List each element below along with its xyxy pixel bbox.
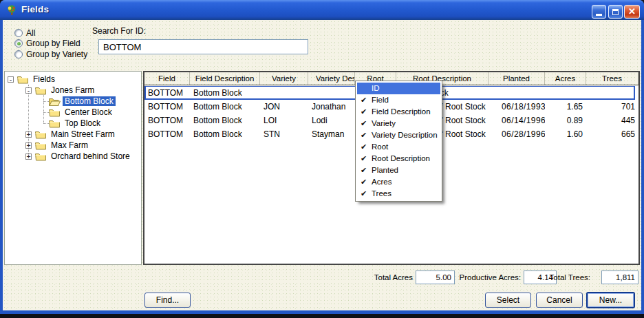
column-context-menu: ID✔Field✔Field Description✔Variety✔Varie… bbox=[355, 81, 442, 202]
expand-toggle[interactable]: + bbox=[25, 131, 32, 138]
table-cell bbox=[260, 86, 308, 100]
column-header-planted[interactable]: Planted bbox=[489, 72, 545, 85]
total-trees-value: 1,811 bbox=[601, 271, 638, 284]
table-cell: Bottom Block bbox=[190, 127, 260, 141]
menu-item-root[interactable]: ✔Root bbox=[357, 141, 440, 153]
radio-option-group-by-variety[interactable]: Group by Variety bbox=[14, 50, 87, 59]
table-cell: 1.65 bbox=[545, 100, 586, 114]
menu-item-label: Planted bbox=[372, 166, 398, 174]
minimize-button[interactable] bbox=[592, 5, 606, 19]
tree-item-bottom-block[interactable]: Bottom Block bbox=[5, 96, 141, 107]
tree-item-label: Max Farm bbox=[49, 140, 90, 150]
tree-item-main-street-farm[interactable]: +Main Street Farm bbox=[5, 129, 141, 140]
menu-item-variety[interactable]: ✔Variety bbox=[357, 118, 440, 129]
radio-label: Group by Variety bbox=[26, 50, 87, 59]
tree-item-label: Top Block bbox=[63, 118, 103, 128]
table-cell: JON bbox=[260, 100, 308, 114]
menu-item-label: Field bbox=[372, 96, 389, 104]
dialog-body: All Group by Field Group by Variety Sear… bbox=[3, 20, 641, 310]
table-cell: 0.89 bbox=[545, 114, 586, 127]
new-button[interactable]: New... bbox=[586, 292, 635, 308]
column-header-label: Planted bbox=[503, 74, 530, 83]
menu-item-id[interactable]: ID bbox=[357, 83, 440, 94]
radio-button-all[interactable] bbox=[14, 29, 23, 37]
maximize-button[interactable] bbox=[608, 5, 623, 19]
column-header-acres[interactable]: Acres bbox=[545, 72, 586, 85]
column-header-variety[interactable]: Variety bbox=[260, 72, 308, 85]
menu-item-planted[interactable]: ✔Planted bbox=[357, 165, 440, 176]
check-icon: ✔ bbox=[361, 118, 367, 129]
column-header-field[interactable]: Field bbox=[144, 72, 190, 85]
menu-item-label: Variety Description bbox=[372, 131, 438, 139]
radio-option-group-by-field[interactable]: Group by Field bbox=[14, 39, 80, 48]
table-cell bbox=[586, 86, 638, 100]
collapse-toggle[interactable]: - bbox=[8, 76, 14, 83]
screen: Fields ✕ All Group by Field bbox=[0, 0, 644, 318]
folder-closed-icon bbox=[35, 152, 47, 161]
tree-icon bbox=[6, 4, 18, 17]
menu-item-root-description[interactable]: ✔Root Description bbox=[357, 153, 440, 165]
column-header-variety-description[interactable]: Variety Description bbox=[308, 72, 355, 85]
table-cell: 06/14/1996 bbox=[489, 114, 545, 127]
close-icon: ✕ bbox=[628, 6, 636, 18]
tree-item-orchard-behind-store[interactable]: +Orchard behind Store bbox=[5, 151, 141, 162]
column-header-label: Variety Description bbox=[316, 74, 355, 83]
fields-window: Fields ✕ All Group by Field bbox=[0, 0, 644, 314]
table-cell: BOTTOM bbox=[144, 114, 190, 127]
tree-item-fields[interactable]: -Fields bbox=[5, 74, 141, 85]
menu-item-trees[interactable]: ✔Trees bbox=[357, 188, 440, 200]
search-input[interactable] bbox=[98, 39, 308, 54]
farm-field-tree: -Fields-Jones FarmBottom BlockCenter Blo… bbox=[5, 72, 141, 264]
menu-item-variety-description[interactable]: ✔Variety Description bbox=[357, 129, 440, 141]
menu-item-label: Root bbox=[372, 142, 388, 151]
folder-closed-icon bbox=[35, 86, 47, 95]
table-cell bbox=[308, 86, 355, 100]
column-header-label: Field Description bbox=[195, 74, 255, 83]
tree-panel: -Fields-Jones FarmBottom BlockCenter Blo… bbox=[4, 71, 142, 265]
column-header-field-description[interactable]: Field Description bbox=[190, 72, 260, 85]
cancel-button[interactable]: Cancel bbox=[536, 293, 583, 308]
minimize-icon bbox=[596, 14, 602, 16]
table-cell: LOI bbox=[260, 114, 308, 127]
menu-item-field[interactable]: ✔Field bbox=[357, 94, 440, 106]
close-button[interactable]: ✕ bbox=[624, 5, 640, 19]
tree-item-label: Fields bbox=[31, 74, 57, 84]
table-cell: 1.60 bbox=[545, 127, 586, 141]
expand-toggle[interactable]: + bbox=[25, 153, 32, 160]
check-icon: ✔ bbox=[361, 153, 367, 165]
menu-item-label: Root Description bbox=[372, 154, 430, 162]
tree-item-center-block[interactable]: Center Block bbox=[5, 107, 141, 118]
select-button[interactable]: Select bbox=[485, 293, 531, 308]
check-icon: ✔ bbox=[361, 165, 367, 176]
total-trees-label: Total Trees: bbox=[533, 273, 590, 282]
titlebar[interactable]: Fields ✕ bbox=[0, 0, 644, 20]
check-icon: ✔ bbox=[361, 94, 367, 106]
column-header-label: Trees bbox=[602, 74, 622, 83]
folder-closed-icon bbox=[35, 130, 47, 139]
table-cell: BOTTOM bbox=[144, 100, 190, 114]
folder-closed-icon bbox=[17, 75, 29, 84]
table-cell: 701 bbox=[586, 100, 638, 114]
radio-button-group-by-variety[interactable] bbox=[14, 50, 23, 59]
tree-item-jones-farm[interactable]: -Jones Farm bbox=[5, 85, 141, 96]
radio-option-all[interactable]: All bbox=[14, 28, 35, 38]
collapse-toggle[interactable]: - bbox=[25, 87, 32, 94]
check-icon: ✔ bbox=[361, 129, 367, 141]
productive-acres-label: Productive Acres: bbox=[443, 273, 521, 282]
tree-item-max-farm[interactable]: +Max Farm bbox=[5, 140, 141, 151]
table-cell: Bottom Block bbox=[190, 100, 260, 114]
column-header-trees[interactable]: Trees bbox=[586, 72, 638, 85]
table-cell: 445 bbox=[586, 114, 638, 127]
menu-item-field-description[interactable]: ✔Field Description bbox=[357, 106, 440, 118]
expand-toggle[interactable]: + bbox=[25, 142, 32, 149]
table-cell: BOTTOM bbox=[144, 86, 190, 100]
table-cell: BOTTOM bbox=[144, 127, 190, 141]
menu-item-acres[interactable]: ✔Acres bbox=[357, 176, 440, 188]
tree-item-top-block[interactable]: Top Block bbox=[5, 118, 141, 129]
find-button[interactable]: Find... bbox=[144, 293, 191, 308]
folder-open-icon bbox=[49, 97, 61, 106]
table-cell: Lodi bbox=[308, 114, 355, 127]
menu-item-label: Variety bbox=[372, 119, 396, 127]
menu-item-label: Acres bbox=[372, 178, 391, 186]
radio-button-group-by-field[interactable] bbox=[14, 39, 23, 47]
